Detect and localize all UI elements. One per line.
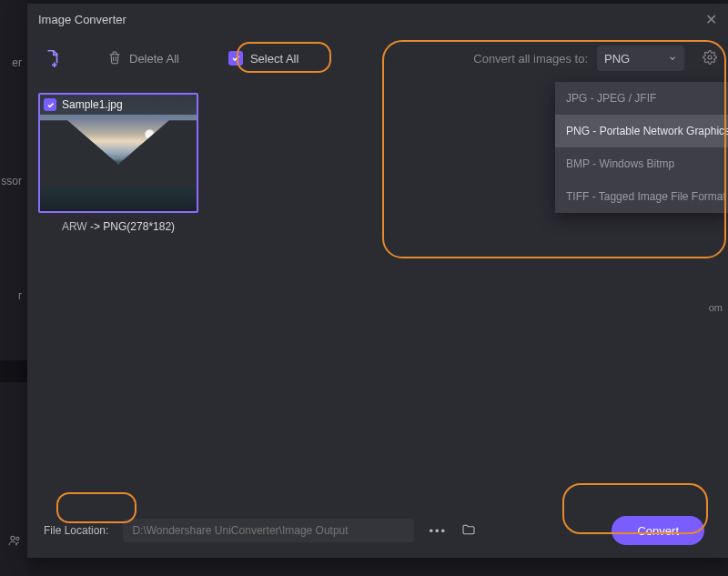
toolbar: Delete All Select All Convert all images… <box>27 35 728 82</box>
select-all-toggle[interactable]: Select All <box>216 45 311 71</box>
window-title: Image Converter <box>38 13 126 26</box>
thumbnail-caption: ARW -> PNG(278*182) <box>38 220 198 233</box>
delete-all-label: Delete All <box>129 52 179 66</box>
thumbnail-frame: Sample1.jpg <box>38 93 198 213</box>
format-option-bmp[interactable]: BMP - Windows Bitmp <box>555 147 728 180</box>
add-file-button[interactable] <box>38 45 66 72</box>
svg-point-2 <box>708 56 712 59</box>
format-option-png[interactable]: PNG - Portable Network Graphics <box>555 115 728 147</box>
sidebar-active-row <box>0 360 27 382</box>
svg-point-0 <box>11 536 15 540</box>
open-folder-button[interactable] <box>461 522 476 540</box>
format-dropdown: JPG - JPEG / JFIF PNG - Portable Network… <box>555 82 728 213</box>
thumbnail-header: Sample1.jpg <box>40 95 197 115</box>
format-option-jpg[interactable]: JPG - JPEG / JFIF <box>555 82 728 115</box>
format-option-tiff[interactable]: TIFF - Tagged Image File Format <box>555 180 728 213</box>
convert-to-label: Convert all images to: <box>473 52 588 66</box>
delete-all-button[interactable]: Delete All <box>107 50 179 67</box>
output-format-value: PNG <box>604 52 630 66</box>
settings-button[interactable] <box>703 50 717 67</box>
app-sidebar-fragment: er ssor r <box>0 0 27 576</box>
sidebar-fragment-text: r <box>0 289 22 302</box>
image-converter-modal: Image Converter ✕ Delete All Select All <box>27 4 728 558</box>
checkbox-checked-icon[interactable] <box>44 98 56 111</box>
sidebar-fragment-text: ssor <box>0 175 22 187</box>
image-item[interactable]: Sample1.jpg ARW -> PNG(278*182) <box>38 93 198 233</box>
titlebar: Image Converter ✕ <box>27 4 728 35</box>
close-icon[interactable]: ✕ <box>705 11 717 28</box>
chevron-down-icon <box>668 52 677 66</box>
checkbox-checked-icon <box>228 51 243 66</box>
trash-icon <box>107 50 122 67</box>
sidebar-fragment-text: er <box>0 56 22 69</box>
svg-point-1 <box>16 537 19 540</box>
thumbnail-filename: Sample1.jpg <box>62 98 123 111</box>
people-icon[interactable] <box>7 533 22 551</box>
convert-button[interactable]: Convert <box>612 516 704 545</box>
more-options-button[interactable]: ••• <box>423 524 452 538</box>
file-location-label: File Location: <box>38 520 114 541</box>
footer: File Location: ••• Convert <box>27 503 728 558</box>
obscured-text-fragment: om <box>709 302 723 313</box>
select-all-label: Select All <box>250 52 298 66</box>
file-location-input[interactable] <box>123 519 414 542</box>
image-grid: Sample1.jpg ARW -> PNG(278*182) JPG - JP… <box>27 82 728 503</box>
output-format-select[interactable]: PNG <box>597 45 684 71</box>
